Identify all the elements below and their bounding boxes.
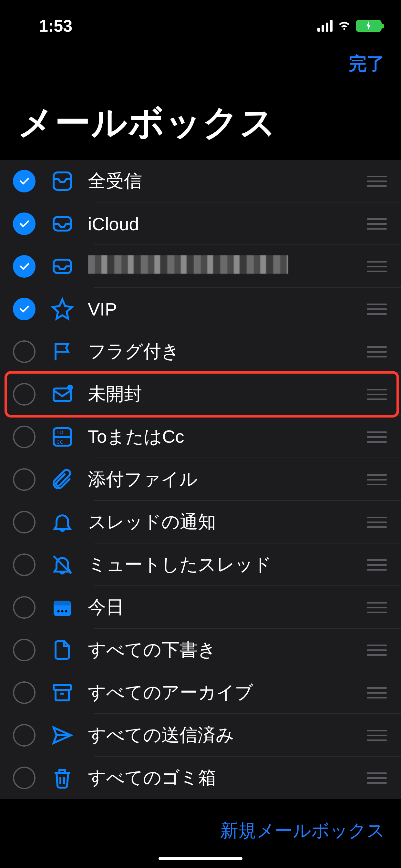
status-time: 1:53 — [39, 16, 72, 35]
redacted-text — [88, 255, 288, 274]
selection-toggle[interactable] — [13, 383, 35, 406]
draft-icon — [44, 639, 80, 662]
mailbox-label: ToまたはCc — [88, 425, 366, 449]
selection-toggle[interactable] — [13, 681, 35, 704]
reorder-handle-icon[interactable] — [366, 176, 388, 187]
reorder-handle-icon[interactable] — [366, 218, 388, 229]
reorder-handle-icon[interactable] — [366, 730, 388, 741]
selection-toggle[interactable] — [13, 639, 35, 661]
wifi-icon — [337, 20, 351, 32]
battery-charging-icon — [356, 20, 382, 32]
toolbar: 新規メールボックス — [0, 799, 401, 863]
reorder-handle-icon[interactable] — [366, 431, 388, 443]
mailbox-label: すべてのゴミ箱 — [88, 766, 366, 790]
reorder-handle-icon[interactable] — [366, 559, 388, 570]
bell-icon — [44, 510, 80, 534]
mailbox-label: すべての送信済み — [88, 723, 366, 748]
mailbox-row[interactable]: iCloud — [0, 203, 401, 245]
mailbox-row[interactable]: 全受信 — [0, 160, 401, 203]
mailbox-row[interactable]: VIP — [0, 288, 401, 330]
reorder-handle-icon[interactable] — [366, 304, 388, 315]
selection-toggle[interactable] — [13, 298, 35, 320]
svg-rect-11 — [54, 600, 71, 606]
mailbox-label: フラグ付き — [88, 339, 366, 364]
mailbox-label: ミュートしたスレッド — [88, 553, 366, 577]
mailbox-label: 添付ファイル — [88, 467, 366, 492]
svg-point-4 — [67, 384, 73, 391]
mailbox-row[interactable] — [0, 245, 401, 288]
reorder-handle-icon[interactable] — [366, 517, 388, 528]
selection-toggle[interactable] — [13, 213, 35, 235]
new-mailbox-button[interactable]: 新規メールボックス — [220, 818, 385, 843]
svg-text:CC: CC — [57, 439, 64, 445]
reorder-handle-icon[interactable] — [366, 602, 388, 613]
mailbox-row[interactable]: 今日 — [0, 586, 401, 629]
svg-text:TO: TO — [57, 430, 63, 435]
done-button[interactable]: 完了 — [349, 52, 385, 76]
mailbox-label: 今日 — [88, 595, 366, 620]
reorder-handle-icon[interactable] — [366, 346, 388, 358]
mailbox-label: VIP — [88, 299, 366, 320]
mailbox-list: 全受信iCloudVIPフラグ付き未開封TOCCToまたはCc添付ファイルスレッ… — [0, 160, 401, 799]
mailbox-label: 全受信 — [88, 169, 366, 193]
flag-icon — [44, 340, 80, 363]
mailbox-label — [88, 255, 366, 278]
mailbox-label: iCloud — [88, 213, 366, 235]
mailbox-row[interactable]: TOCCToまたはCc — [0, 415, 401, 458]
selection-toggle[interactable] — [13, 724, 35, 747]
unread-icon — [44, 383, 80, 406]
trash-icon — [44, 766, 80, 789]
sent-icon — [44, 724, 80, 747]
selection-toggle[interactable] — [13, 554, 35, 576]
mailbox-row[interactable]: スレッドの通知 — [0, 501, 401, 544]
mailbox-row[interactable]: すべてのアーカイブ — [0, 671, 401, 714]
status-indicators — [317, 20, 382, 32]
svg-point-12 — [57, 610, 59, 612]
selection-toggle[interactable] — [13, 468, 35, 491]
mailbox-label: すべてのアーカイブ — [88, 680, 366, 705]
attachment-icon — [44, 468, 80, 491]
selection-toggle[interactable] — [13, 596, 35, 619]
to-cc-icon: TOCC — [44, 425, 80, 448]
selection-toggle[interactable] — [13, 170, 35, 192]
mailbox-row[interactable]: フラグ付き — [0, 330, 401, 373]
mailbox-label: すべての下書き — [88, 638, 366, 662]
mailbox-row[interactable]: 添付ファイル — [0, 458, 401, 501]
mailbox-row[interactable]: ミュートしたスレッド — [0, 544, 401, 586]
home-indicator — [158, 857, 243, 860]
star-icon — [44, 298, 80, 321]
reorder-handle-icon[interactable] — [366, 772, 388, 784]
navigation-bar: 完了 — [0, 42, 401, 83]
reorder-handle-icon[interactable] — [366, 261, 388, 272]
mailbox-row[interactable]: 未開封 — [0, 373, 401, 415]
calendar-icon — [44, 596, 80, 619]
status-bar: 1:53 — [0, 0, 401, 42]
mailbox-row[interactable]: すべての下書き — [0, 629, 401, 671]
svg-rect-15 — [54, 685, 71, 690]
mailbox-label: 未開封 — [88, 382, 366, 407]
mailbox-row[interactable]: すべての送信済み — [0, 714, 401, 756]
selection-toggle[interactable] — [13, 340, 35, 363]
inbox-icon — [44, 255, 80, 278]
page-title: メールボックス — [0, 83, 401, 160]
selection-toggle[interactable] — [13, 511, 35, 533]
svg-point-14 — [65, 610, 67, 612]
bell-slash-icon — [44, 553, 80, 577]
reorder-handle-icon[interactable] — [366, 687, 388, 699]
mailbox-label: スレッドの通知 — [88, 510, 366, 534]
svg-point-13 — [61, 610, 63, 612]
inbox-icon — [44, 212, 80, 236]
all-inboxes-icon — [44, 169, 80, 193]
reorder-handle-icon[interactable] — [366, 645, 388, 656]
selection-toggle[interactable] — [13, 426, 35, 448]
cellular-signal-icon — [317, 20, 333, 32]
archive-icon — [44, 681, 80, 704]
selection-toggle[interactable] — [13, 767, 35, 789]
reorder-handle-icon[interactable] — [366, 389, 388, 400]
svg-rect-3 — [54, 389, 71, 401]
selection-toggle[interactable] — [13, 255, 35, 278]
reorder-handle-icon[interactable] — [366, 474, 388, 485]
mailbox-row[interactable]: すべてのゴミ箱 — [0, 756, 401, 799]
